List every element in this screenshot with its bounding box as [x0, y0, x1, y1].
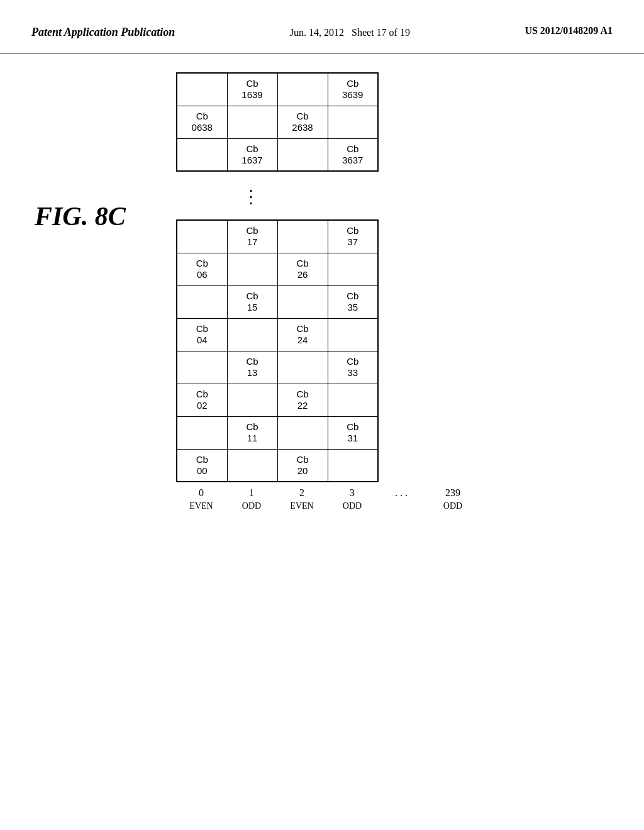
- axis-label-odd-3: ODD: [327, 501, 377, 511]
- table-row: Cb15 Cb35: [177, 285, 378, 318]
- cell: Cb2638: [277, 106, 328, 138]
- cell: Cb31: [328, 416, 378, 449]
- axis-label-odd-239: ODD: [428, 501, 478, 511]
- page-header: Patent Application Publication Jun. 14, …: [0, 0, 644, 53]
- cell: [227, 106, 277, 138]
- top-grid-table: Cb1639 Cb3639 Cb0638 Cb2638 Cb1637 Cb363…: [176, 72, 379, 172]
- cell: [227, 384, 277, 416]
- table-row: Cb13 Cb33: [177, 351, 378, 384]
- pub-date: Jun. 14, 2012: [290, 27, 344, 38]
- table-row: Cb1637 Cb3637: [177, 138, 378, 171]
- cell: Cb22: [277, 384, 328, 416]
- cell: [277, 138, 328, 171]
- axis-number-239: 239: [428, 487, 478, 499]
- cell: Cb0638: [177, 106, 227, 138]
- table-row: Cb00 Cb20: [177, 449, 378, 482]
- cell: Cb04: [177, 318, 227, 351]
- cell: [227, 449, 277, 482]
- table-row: Cb1639 Cb3639: [177, 73, 378, 106]
- cell: Cb3639: [328, 73, 378, 106]
- axis-number-1: 1: [226, 487, 277, 499]
- cell: Cb02: [177, 384, 227, 416]
- cell: [277, 73, 328, 106]
- table-row: Cb17 Cb37: [177, 220, 378, 253]
- cell: [328, 449, 378, 482]
- cell: Cb26: [277, 253, 328, 285]
- cell: Cb20: [277, 449, 328, 482]
- cell: Cb1639: [227, 73, 277, 106]
- publication-title: Patent Application Publication: [31, 25, 175, 40]
- table-row: Cb06 Cb26: [177, 253, 378, 285]
- table-row: Cb04 Cb24: [177, 318, 378, 351]
- cell: [328, 106, 378, 138]
- cell: Cb17: [227, 220, 277, 253]
- axis-label-even-0: EVEN: [176, 501, 226, 511]
- cell: Cb1637: [227, 138, 277, 171]
- axis-numbers-row: 0 1 2 3 ... 239: [176, 487, 644, 499]
- axis-ellipsis: ...: [377, 487, 428, 499]
- axis-label-even-2: EVEN: [277, 501, 327, 511]
- cell: Cb24: [277, 318, 328, 351]
- figure-label: FIG. 8C: [35, 201, 126, 231]
- cell: [277, 351, 328, 384]
- cell: Cb33: [328, 351, 378, 384]
- sheet-info: Sheet 17 of 19: [352, 27, 410, 38]
- cell: Cb06: [177, 253, 227, 285]
- cell: [227, 318, 277, 351]
- cell: Cb13: [227, 351, 277, 384]
- cell: [328, 384, 378, 416]
- table-row: Cb0638 Cb2638: [177, 106, 378, 138]
- cell: [328, 318, 378, 351]
- cell: [227, 253, 277, 285]
- cell: [177, 416, 227, 449]
- cell: [177, 73, 227, 106]
- publication-date-sheet: Jun. 14, 2012 Sheet 17 of 19: [290, 25, 410, 40]
- cell: Cb11: [227, 416, 277, 449]
- cell: Cb3637: [328, 138, 378, 171]
- cell: Cb35: [328, 285, 378, 318]
- cell: [328, 253, 378, 285]
- cell: [177, 285, 227, 318]
- cell: [177, 138, 227, 171]
- cell: [277, 416, 328, 449]
- vertical-ellipsis: ⋮: [226, 177, 277, 216]
- table-row: Cb02 Cb22: [177, 384, 378, 416]
- cell: Cb00: [177, 449, 227, 482]
- cell: [177, 351, 227, 384]
- axis-labels-row: EVEN ODD EVEN ODD ODD: [176, 501, 644, 511]
- axis-number-2: 2: [277, 487, 327, 499]
- axis-label-odd-1: ODD: [226, 501, 277, 511]
- cell: [177, 220, 227, 253]
- patent-number: US 2012/0148209 A1: [525, 25, 613, 36]
- axis-label-ellipsis: [377, 501, 428, 511]
- cell: [277, 220, 328, 253]
- cell: [277, 285, 328, 318]
- bottom-grid-table: Cb17 Cb37 Cb06 Cb26 Cb15 Cb35 Cb04 Cb24 …: [176, 219, 379, 482]
- cell: Cb37: [328, 220, 378, 253]
- table-row: Cb11 Cb31: [177, 416, 378, 449]
- cell: Cb15: [227, 285, 277, 318]
- axis-number-0: 0: [176, 487, 226, 499]
- axis-number-3: 3: [327, 487, 377, 499]
